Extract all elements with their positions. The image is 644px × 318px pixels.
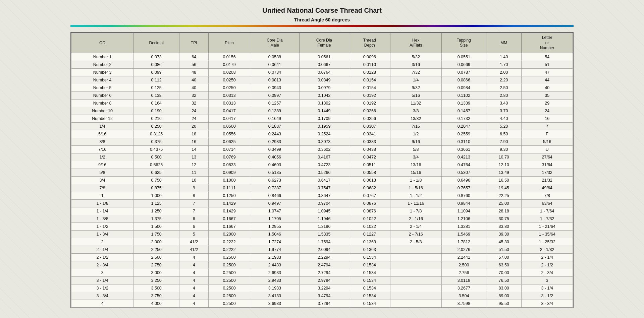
cell-hex_aflats: 1/4 — [390, 76, 442, 84]
table-row: 5/160.3125180.05560.24430.25240.03411/20… — [71, 130, 573, 138]
cell-mm: 95.50 — [486, 300, 522, 307]
cell-hex_aflats: 7/16 — [390, 122, 442, 130]
cell-pitch: 0.0313 — [209, 99, 250, 107]
rainbow-bar — [70, 25, 574, 27]
cell-od: 3 - 1/4 — [71, 276, 133, 284]
cell-tpi: 41/2 — [179, 246, 209, 253]
cell-core_dia_female: 1.3196 — [300, 222, 349, 230]
cell-mm: 19.45 — [486, 184, 522, 192]
cell-pitch: 0.1429 — [209, 207, 250, 215]
cell-core_dia_male: 1.7274 — [250, 238, 299, 246]
cell-core_dia_female: 1.7594 — [300, 238, 349, 246]
table-row: Number 120.216240.04170.16490.17090.0256… — [71, 115, 573, 122]
cell-thread_depth: 0.0154 — [349, 76, 390, 84]
cell-core_dia_male: 1.1705 — [250, 215, 299, 222]
cell-core_dia_male: 0.6273 — [250, 176, 299, 184]
cell-core_dia_male: 0.4056 — [250, 153, 299, 161]
table-row: 2 - 3/42.75040.25002.44332.47940.15342.5… — [71, 261, 573, 269]
cell-tapping_size: 0.4764 — [441, 161, 486, 169]
cell-tpi: 64 — [179, 53, 209, 61]
cell-core_dia_female: 1.1946 — [300, 215, 349, 222]
cell-decimal: 0.190 — [133, 107, 179, 115]
cell-tpi: 32 — [179, 91, 209, 99]
cell-decimal: 0.073 — [133, 53, 179, 61]
cell-od: 1 - 1/4 — [71, 207, 133, 215]
cell-core_dia_female: 0.3073 — [300, 138, 349, 145]
cell-core_dia_male: 3.1933 — [250, 284, 299, 292]
cell-core_dia_female: 0.1709 — [300, 115, 349, 122]
cell-thread_depth: 0.0682 — [349, 184, 390, 192]
cell-decimal: 1.125 — [133, 199, 179, 207]
cell-thread_depth: 0.1534 — [349, 261, 390, 269]
cell-core_dia_male: 0.5135 — [250, 169, 299, 176]
header-row: OD Decimal TPI Pitch Core DiaMale Core D… — [71, 33, 573, 53]
cell-core_dia_male: 0.1257 — [250, 99, 299, 107]
table-row: 11.00080.12500.84660.86470.07671 - 1/20.… — [71, 192, 573, 199]
cell-od: Number 6 — [71, 91, 133, 99]
cell-pitch: 0.0208 — [209, 68, 250, 76]
cell-tpi: 6 — [179, 222, 209, 230]
cell-letter_or_number: 1 - 7/32 — [522, 215, 573, 222]
cell-letter_or_number: 3 - 1/2 — [522, 292, 573, 300]
table-header: OD Decimal TPI Pitch Core DiaMale Core D… — [71, 33, 573, 53]
cell-core_dia_male: 0.0538 — [250, 53, 299, 61]
cell-decimal: 0.5625 — [133, 161, 179, 169]
cell-tpi: 4 — [179, 269, 209, 276]
cell-hex_aflats — [390, 246, 442, 253]
cell-pitch: 0.0250 — [209, 84, 250, 91]
col-header-tapping-size: TappingSize — [441, 33, 486, 53]
cell-hex_aflats — [390, 284, 442, 292]
cell-mm: 2.80 — [486, 91, 522, 99]
cell-thread_depth: 0.0876 — [349, 199, 390, 207]
cell-tapping_size: 1.3281 — [441, 222, 486, 230]
cell-core_dia_female: 0.1959 — [300, 122, 349, 130]
cell-letter_or_number: 49/64 — [522, 184, 573, 192]
cell-core_dia_male: 1.0747 — [250, 207, 299, 215]
cell-thread_depth: 0.1022 — [349, 222, 390, 230]
cell-core_dia_female: 0.4167 — [300, 153, 349, 161]
cell-od: 4 — [71, 300, 133, 307]
cell-core_dia_male: 0.0997 — [250, 91, 299, 99]
cell-hex_aflats: 2 - 7/16 — [390, 230, 442, 238]
cell-letter_or_number: 40 — [522, 84, 573, 91]
cell-hex_aflats — [390, 269, 442, 276]
cell-pitch: 0.0313 — [209, 91, 250, 99]
cell-pitch: 0.2500 — [209, 284, 250, 292]
cell-tapping_size: 0.1457 — [441, 107, 486, 115]
cell-hex_aflats — [390, 261, 442, 269]
cell-hex_aflats — [390, 292, 442, 300]
table-row: 1 - 1/41.25070.14291.07471.09450.08761 -… — [71, 207, 573, 215]
cell-tapping_size: 2.2441 — [441, 253, 486, 261]
cell-mm: 22.25 — [486, 192, 522, 199]
cell-tapping_size: 1.7812 — [441, 238, 486, 246]
cell-decimal: 3.500 — [133, 284, 179, 292]
cell-core_dia_male: 0.0734 — [250, 68, 299, 76]
cell-decimal: 0.500 — [133, 153, 179, 161]
cell-mm: 70.00 — [486, 269, 522, 276]
cell-core_dia_male: 2.1933 — [250, 253, 299, 261]
cell-core_dia_male: 0.4603 — [250, 161, 299, 169]
cell-core_dia_female: 2.7294 — [300, 269, 349, 276]
cell-decimal: 0.112 — [133, 76, 179, 84]
cell-core_dia_female: 2.2294 — [300, 253, 349, 261]
cell-tpi: 6 — [179, 215, 209, 222]
cell-decimal: 0.164 — [133, 99, 179, 107]
cell-hex_aflats: 3/8 — [390, 107, 442, 115]
cell-thread_depth: 0.1534 — [349, 284, 390, 292]
cell-tapping_size: 0.2559 — [441, 130, 486, 138]
cell-core_dia_male: 0.1887 — [250, 122, 299, 130]
table-row: 1 - 3/81.37560.16671.17051.19460.10222 -… — [71, 215, 573, 222]
cell-hex_aflats: 1 - 11/16 — [390, 199, 442, 207]
table-row: 9/160.5625120.08330.46030.47230.051113/1… — [71, 161, 573, 169]
cell-od: 7/16 — [71, 145, 133, 153]
cell-thread_depth: 0.0876 — [349, 207, 390, 215]
cell-decimal: 2.500 — [133, 253, 179, 261]
cell-core_dia_male: 0.7387 — [250, 184, 299, 192]
cell-od: 5/16 — [71, 130, 133, 138]
cell-decimal: 1.375 — [133, 215, 179, 222]
cell-od: 1 - 1/2 — [71, 222, 133, 230]
cell-hex_aflats: 1 - 1/2 — [390, 192, 442, 199]
cell-decimal: 0.875 — [133, 184, 179, 192]
cell-mm: 89.00 — [486, 292, 522, 300]
cell-od: Number 12 — [71, 115, 133, 122]
